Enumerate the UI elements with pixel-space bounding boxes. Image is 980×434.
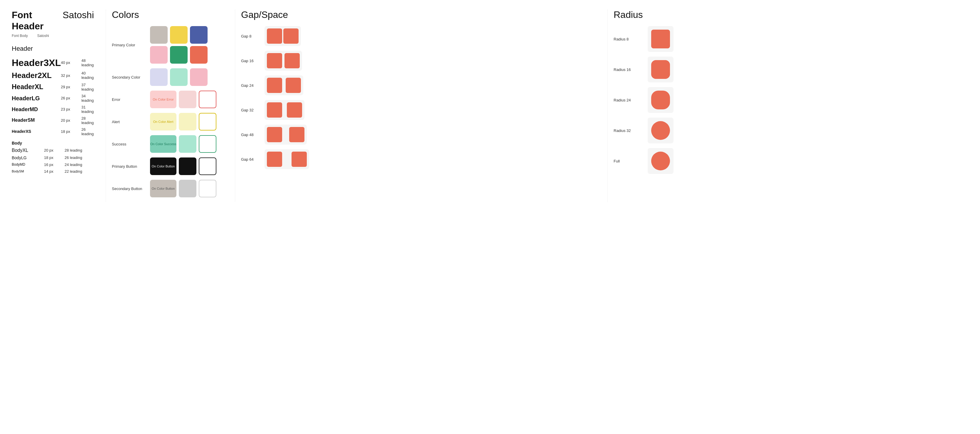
- type-leading: 34 leading: [81, 93, 94, 104]
- gap-block: [267, 78, 282, 93]
- type-leading: 37 leading: [81, 82, 94, 93]
- radius-row: Radius 16: [614, 57, 968, 82]
- radius-label: Radius 32: [614, 128, 643, 133]
- gap-visual: [264, 26, 301, 46]
- radius-block-wrap: [648, 148, 673, 174]
- success-outline-swatch: [199, 135, 216, 153]
- font-body-label: Font Body: [12, 34, 28, 38]
- header-type-table: Header3XL 40 px 48 leading Header2XL 32 …: [12, 56, 94, 137]
- radius-block: [651, 152, 670, 170]
- primary-color-swatch: [150, 46, 168, 63]
- type-size: 23 px: [61, 104, 81, 115]
- secondary-color-row: Secondary Color: [112, 68, 223, 86]
- header-type-row: HeaderMD 23 px 31 leading: [12, 104, 94, 115]
- type-size: 26 px: [61, 93, 81, 104]
- primary-color-swatch: [150, 26, 168, 44]
- body-type-row: BodyLG 18 px 26 leading: [12, 154, 94, 161]
- gap-block: [289, 127, 304, 142]
- radius-block: [651, 121, 670, 140]
- header-type-row: Header2XL 32 px 40 leading: [12, 70, 94, 82]
- radius-row: Radius 24: [614, 87, 968, 113]
- gap-block: [267, 152, 282, 167]
- alert-row: Alert On Color Alert: [112, 113, 223, 130]
- type-size: 32 px: [61, 70, 81, 82]
- secondary-button-swatch: [179, 180, 196, 197]
- type-leading: 48 leading: [81, 56, 94, 70]
- primary-color-row: Primary Color: [112, 26, 223, 63]
- header-type-row: HeaderXL 29 px 37 leading: [12, 82, 94, 93]
- error-row: Error On Color Error: [112, 90, 223, 108]
- type-size: 29 px: [61, 82, 81, 93]
- gap-block: [287, 102, 302, 117]
- gap-rows: Gap 8 Gap 16 Gap 24 Gap 32 Gap 48 Gap 64: [241, 26, 596, 169]
- error-swatches: On Color Error: [150, 90, 216, 108]
- gap-block: [283, 29, 299, 44]
- primary-color-label: Primary Color: [112, 43, 147, 47]
- gap-label: Gap 16: [241, 59, 264, 63]
- type-size: 14 px: [44, 168, 65, 175]
- type-leading: 26 leading: [65, 154, 94, 161]
- radius-label: Radius 16: [614, 67, 643, 72]
- success-label: Success: [112, 142, 147, 146]
- gap-row: Gap 32: [241, 100, 596, 120]
- font-header-label: Font Header: [12, 10, 53, 32]
- gap-block: [285, 53, 300, 68]
- font-header-row: Font Header Satoshi: [12, 10, 94, 32]
- primary-button-outline-swatch: [199, 157, 216, 175]
- primary-button-swatch: [179, 157, 196, 175]
- success-row: Success On Color Success: [112, 135, 223, 153]
- alert-swatch: [179, 113, 196, 130]
- gap-visual: [264, 149, 309, 169]
- radius-block-wrap: [648, 26, 673, 52]
- type-name: BodyXL: [12, 147, 44, 154]
- gap-row: Gap 16: [241, 51, 596, 71]
- radius-label: Full: [614, 159, 643, 163]
- secondary-color-label: Secondary Color: [112, 75, 147, 79]
- gap-label: Gap 24: [241, 83, 264, 88]
- header-type-row: HeaderSM 20 px 28 leading: [12, 115, 94, 126]
- radius-block-wrap: [648, 57, 673, 82]
- type-name: BodyMD: [12, 161, 44, 168]
- secondary-button-outline-swatch: [199, 180, 216, 197]
- primary-color-swatch: [190, 46, 208, 63]
- header-section-label: Header: [12, 45, 94, 52]
- primary-color-swatch: [170, 46, 188, 63]
- primary-button-swatches: On Color Button: [150, 157, 216, 175]
- error-outline-swatch: [199, 90, 216, 108]
- secondary-button-on-color-swatch: On Color Button: [150, 180, 177, 197]
- body-type-table: BodyXL 20 px 28 leading BodyLG 18 px 26 …: [12, 147, 94, 175]
- type-name: BodySM: [12, 168, 44, 175]
- gap-label: Gap 8: [241, 34, 264, 38]
- type-name: HeaderMD: [12, 104, 61, 115]
- type-size: 20 px: [44, 147, 65, 154]
- primary-button-on-color-swatch: On Color Button: [150, 157, 177, 175]
- gap-visual: [264, 51, 302, 71]
- body-type-row: BodySM 14 px 22 leading: [12, 168, 94, 175]
- secondary-color-swatch: [150, 68, 168, 86]
- primary-swatches: [150, 26, 223, 63]
- success-on-color-swatch: On Color Success: [150, 135, 177, 153]
- radius-label: Radius 24: [614, 98, 643, 102]
- gap-label: Gap 48: [241, 133, 264, 137]
- gap-row: Gap 8: [241, 26, 596, 46]
- gap-row: Gap 24: [241, 75, 596, 95]
- error-swatch: [179, 90, 196, 108]
- body-section-label: Body: [12, 141, 94, 146]
- type-name: Header2XL: [12, 70, 61, 82]
- success-swatch: [179, 135, 196, 153]
- radius-block-wrap: [648, 117, 673, 143]
- header-type-row: Header3XL 40 px 48 leading: [12, 56, 94, 70]
- secondary-color-swatch: [190, 68, 208, 86]
- font-body-row: Font Body Satoshi: [12, 34, 94, 38]
- body-type-row: BodyMD 16 px 24 leading: [12, 161, 94, 168]
- radius-block-wrap: [648, 87, 673, 113]
- radius-block: [651, 90, 670, 109]
- type-size: 16 px: [44, 161, 65, 168]
- font-body-value: Satoshi: [37, 34, 49, 38]
- alert-outline-swatch: [199, 113, 216, 130]
- error-on-color-swatch: On Color Error: [150, 90, 177, 108]
- body-type-row: BodyXL 20 px 28 leading: [12, 147, 94, 154]
- type-leading: 40 leading: [81, 70, 94, 82]
- type-size: 40 px: [61, 56, 81, 70]
- type-name: BodyLG: [12, 154, 44, 161]
